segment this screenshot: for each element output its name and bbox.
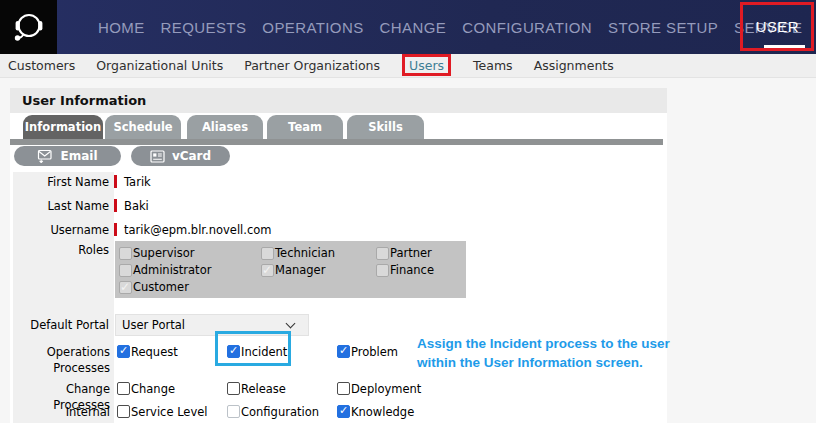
process-option-configuration: Configuration [227,404,319,419]
subnav-item-organizational-units[interactable]: Organizational Units [96,58,223,73]
first-name-value[interactable]: Tarik [124,175,151,189]
tab-schedule[interactable]: Schedule [105,115,181,139]
operations-processes-label: Operations Processes [14,344,110,376]
process-option-request: ✓ Request [117,344,178,359]
top-navigation-bar: HOME REQUESTS OPERATIONS CHANGE CONFIGUR… [0,0,816,54]
checkbox-deployment[interactable] [337,382,350,395]
default-portal-select[interactable]: User Portal [115,314,309,336]
checkbox-label: Deployment [350,382,421,396]
app-logo[interactable] [0,0,57,54]
first-name-label: First Name [10,175,109,189]
checkbox-label: Configuration [240,405,319,419]
tab-underbar [10,139,663,145]
last-name-value[interactable]: Baki [124,199,149,213]
checkbox-customer-checked[interactable]: ✓ [119,281,132,294]
checkbox-label: Problem [350,345,398,359]
checkbox-label: Technician [274,246,335,260]
checkbox-change[interactable] [117,382,130,395]
subnav-item-customers[interactable]: Customers [8,58,75,73]
checkbox-administrator[interactable] [119,264,132,277]
checkmark-icon: ✓ [120,280,130,294]
email-button[interactable]: Email [14,146,121,166]
nav-item-operations[interactable]: OPERATIONS [262,19,363,36]
checkbox-supervisor[interactable] [119,247,132,260]
checkbox-release[interactable] [227,382,240,395]
username-value[interactable]: tarik@epm.blr.novell.com [124,223,272,237]
secondary-navigation-bar: Customers Organizational Units Partner O… [0,54,816,78]
field-row-username: Username tarik@epm.blr.novell.com [10,223,667,239]
default-portal-value: User Portal [122,318,185,332]
checkmark-icon: ✓ [119,344,128,357]
tab-information[interactable]: Information [23,115,103,139]
checkbox-problem-checked[interactable]: ✓ [337,345,350,358]
last-name-label: Last Name [10,199,109,213]
vcard-button-label: vCard [172,149,211,163]
process-option-deployment: Deployment [337,381,421,396]
checkbox-label: Partner [389,246,432,260]
nav-item-configuration[interactable]: CONFIGURATION [462,19,592,36]
checkbox-label: Incident [240,345,287,359]
default-portal-label-row: Default Portal [10,318,667,334]
checkbox-label: Change [130,382,175,396]
checkbox-request-checked[interactable]: ✓ [117,345,130,358]
checkbox-knowledge-checked[interactable]: ✓ [337,405,350,418]
nav-items: HOME REQUESTS OPERATIONS CHANGE CONFIGUR… [98,0,802,54]
subnav-item-users-active[interactable]: Users [409,58,444,73]
tab-skills[interactable]: Skills [347,115,424,139]
checkbox-manager-checked[interactable]: ✓ [261,264,274,277]
envelope-icon [37,149,53,164]
role-option-technician: Technician [261,246,335,260]
checkbox-label: Supervisor [132,246,194,260]
active-nav-underline [764,45,805,50]
subnav-item-teams[interactable]: Teams [473,58,513,73]
process-option-release: Release [227,381,286,396]
checkbox-label: Request [130,345,178,359]
user-information-panel: User Information Information Schedule Al… [10,88,667,423]
role-option-partner: Partner [376,246,432,260]
roles-checkbox-group: Supervisor Technician Partner Administra… [115,241,466,298]
process-option-incident: ✓ Incident [227,344,287,359]
tab-aliases[interactable]: Aliases [187,115,263,139]
subnav-users-label: Users [409,58,444,73]
required-marker [114,223,117,236]
username-label: Username [10,223,109,237]
role-option-manager: ✓ Manager [261,263,325,277]
checkbox-finance[interactable] [376,264,389,277]
nav-item-store-setup[interactable]: STORE SETUP [608,19,718,36]
nav-item-requests[interactable]: REQUESTS [161,19,247,36]
checkbox-label: Service Level [130,405,208,419]
app-window: HOME REQUESTS OPERATIONS CHANGE CONFIGUR… [0,0,816,423]
field-row-last-name: Last Name Baki [10,199,667,215]
nav-item-user-active[interactable]: USER [756,0,799,54]
checkmark-icon: ✓ [229,344,238,357]
checkbox-configuration-disabled[interactable] [227,405,240,418]
role-option-finance: Finance [376,263,434,277]
checkbox-label: Manager [274,263,325,277]
checkbox-incident-checked[interactable]: ✓ [227,345,240,358]
nav-item-change[interactable]: CHANGE [380,19,447,36]
roles-label: Roles [10,243,109,257]
page-title: User Information [10,88,667,113]
checkmark-icon: ✓ [339,344,348,357]
role-option-supervisor: Supervisor [119,246,194,260]
role-option-administrator: Administrator [119,263,211,277]
checkbox-technician[interactable] [261,247,274,260]
nav-item-home[interactable]: HOME [98,19,145,36]
checkbox-service-level[interactable] [117,405,130,418]
subnav-item-partner-organizations[interactable]: Partner Organizations [244,58,380,73]
nav-item-user-label: USER [756,18,799,35]
field-row-first-name: First Name Tarik [10,175,667,191]
checkmark-icon: ✓ [339,404,348,417]
checkbox-label: Finance [389,263,434,277]
vcard-button[interactable]: vCard [131,146,230,166]
checkmark-icon: ✓ [262,263,272,277]
internal-processes-label: Internal Processes [14,404,110,423]
default-portal-label: Default Portal [10,318,109,332]
subnav-item-assignments[interactable]: Assignments [534,58,614,73]
checkbox-partner[interactable] [376,247,389,260]
checkbox-label: Administrator [132,263,211,277]
process-option-problem: ✓ Problem [337,344,398,359]
chevron-down-icon [286,319,296,329]
annotation-line-2: within the User Information screen. [417,353,707,372]
tab-team[interactable]: Team [267,115,343,139]
